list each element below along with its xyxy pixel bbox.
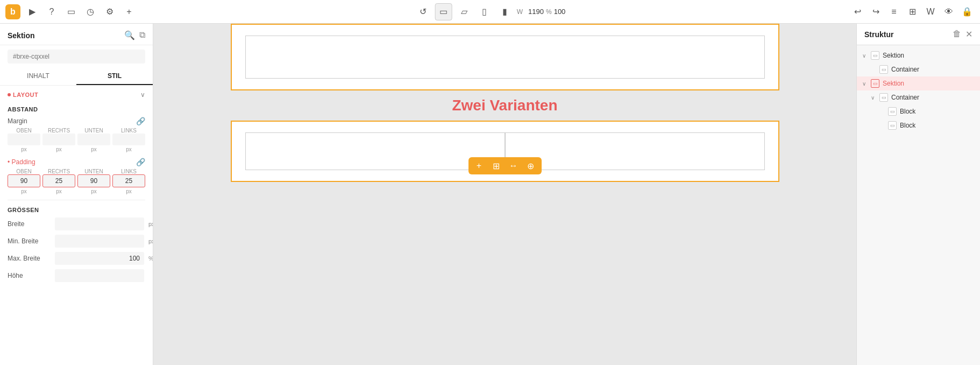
cursor-tool-btn[interactable]: ▶	[25, 4, 40, 19]
tree-item-sektion-2[interactable]: ∨ ▭ Sektion	[857, 76, 980, 90]
grid-btn[interactable]: ⊞	[905, 4, 920, 19]
resize-btn[interactable]: ↔	[505, 157, 522, 174]
layers-btn[interactable]: ▭	[63, 4, 79, 19]
tree-chevron-container-2: ∨	[871, 95, 877, 101]
toolbar-right: ↩ ↪ ≡ ⊞ W 👁 🔒	[850, 4, 975, 19]
tab-stil[interactable]: STIL	[76, 68, 153, 85]
brand-logo[interactable]: b	[5, 4, 20, 19]
breite-input[interactable]	[55, 217, 144, 230]
settings-element-btn[interactable]: ⊕	[522, 157, 539, 174]
padding-oben-input[interactable]	[8, 174, 40, 187]
menu-btn[interactable]: ≡	[886, 4, 901, 19]
margin-rechts-unit: px	[42, 146, 75, 152]
panel-header: Sektion 🔍 ⧉	[0, 24, 153, 45]
tree-item-container-2[interactable]: ∨ ▭ Container	[857, 90, 980, 104]
tree-icon-block-2: ▭	[888, 121, 897, 130]
tree-item-block-2[interactable]: ▭ Block	[857, 118, 980, 132]
close-panel-icon[interactable]: ✕	[965, 29, 972, 39]
element-id-input[interactable]	[8, 50, 145, 64]
refresh-btn[interactable]: ↺	[415, 3, 432, 20]
container-outline-1[interactable]	[245, 36, 765, 79]
canvas-area[interactable]: Zwei Varianten + ⊞ ↔ ⊕	[153, 24, 856, 365]
margin-links-label: LINKS	[112, 128, 145, 134]
max-breite-unit: %	[148, 255, 153, 262]
max-breite-row: Max. Breite %	[0, 250, 153, 267]
padding-links-unit: px	[112, 188, 145, 194]
margin-oben-unit: px	[8, 146, 40, 152]
padding-unten-label: UNTEN	[77, 169, 110, 174]
breite-label: Breite	[8, 220, 51, 228]
breite-row: Breite px	[0, 215, 153, 233]
separator-1	[8, 200, 145, 200]
settings-btn[interactable]: ⚙	[102, 4, 117, 19]
panel-title: Sektion	[8, 31, 35, 40]
layout-section-header[interactable]: LAYOUT ∨	[0, 86, 153, 102]
padding-link-icon[interactable]: 🔗	[136, 158, 145, 166]
wordpress-btn[interactable]: W	[923, 4, 938, 19]
padding-links-input[interactable]	[112, 174, 145, 187]
right-panel-header: Struktur 🗑 ✕	[857, 24, 980, 45]
history-btn[interactable]: ◷	[83, 4, 98, 19]
add-btn[interactable]: +	[122, 4, 137, 19]
padding-label: • Padding	[8, 158, 35, 166]
min-breite-unit: px	[148, 238, 153, 244]
tree-icon-sektion-1: ▭	[871, 51, 879, 60]
margin-link-icon[interactable]: 🔗	[136, 117, 145, 125]
width-value: 1190	[525, 8, 544, 16]
section-block-2[interactable]: + ⊞ ↔ ⊕	[231, 121, 779, 182]
structure-tree: ∨ ▭ Sektion ▭ Container ∨ ▭ Sektion ∨ ▭ …	[857, 45, 980, 365]
tree-item-container-1[interactable]: ▭ Container	[857, 62, 980, 76]
margin-unten-label: UNTEN	[77, 128, 110, 134]
margin-links-unit: px	[112, 146, 145, 152]
help-btn[interactable]: ?	[44, 4, 59, 19]
section-block-1[interactable]	[231, 24, 779, 90]
tree-label-block-1: Block	[900, 108, 915, 115]
padding-field-row: • Padding 🔗	[0, 156, 153, 169]
margin-links-input[interactable]	[112, 134, 145, 145]
col-outline-left[interactable]	[245, 132, 505, 170]
padding-unten-input[interactable]	[77, 174, 110, 187]
padding-oben-unit: px	[8, 188, 40, 194]
undo-btn[interactable]: ↩	[850, 4, 865, 19]
tree-icon-container-1: ▭	[879, 65, 888, 74]
hohe-input[interactable]	[55, 269, 144, 282]
width-label: W	[517, 8, 523, 16]
desktop-view-btn[interactable]: ▭	[435, 3, 452, 20]
padding-rechts-unit: px	[42, 188, 75, 194]
padding-inputs	[0, 174, 153, 188]
margin-rechts-input[interactable]	[42, 134, 75, 145]
divider-text: Zwei Varianten	[452, 90, 557, 121]
right-panel-header-icons: 🗑 ✕	[953, 29, 972, 39]
add-element-btn[interactable]: +	[471, 157, 488, 174]
margin-unten-input[interactable]	[77, 134, 110, 145]
toolbar-left: b ▶ ? ▭ ◷ ⚙ +	[5, 4, 137, 19]
min-breite-label: Min. Breite	[8, 237, 51, 245]
top-toolbar: b ▶ ? ▭ ◷ ⚙ + ↺ ▭ ▱ ▯ ▮ W 1190 % 100 ↩ ↪…	[0, 0, 980, 24]
hohe-label: Höhe	[8, 272, 51, 279]
tree-item-sektion-1[interactable]: ∨ ▭ Sektion	[857, 48, 980, 62]
tree-item-block-1[interactable]: ▭ Block	[857, 104, 980, 118]
margin-oben-input[interactable]	[8, 134, 40, 145]
min-breite-input[interactable]	[55, 235, 144, 248]
search-icon[interactable]: 🔍	[124, 30, 135, 40]
tab-inhalt[interactable]: INHALT	[0, 68, 76, 85]
preview-btn[interactable]: 👁	[941, 4, 956, 19]
copy-icon[interactable]: ⧉	[139, 30, 145, 40]
padding-oben-label: OBEN	[8, 169, 40, 174]
tree-icon-container-2: ▭	[879, 93, 888, 102]
margin-field-row: Margin 🔗	[0, 115, 153, 128]
tablet-view-btn[interactable]: ▯	[476, 3, 493, 20]
tablet-wide-view-btn[interactable]: ▱	[456, 3, 473, 20]
min-breite-row: Min. Breite px	[0, 233, 153, 250]
tree-chevron-sektion-1: ∨	[862, 53, 869, 59]
trash-icon[interactable]: 🗑	[953, 29, 961, 39]
lock-btn[interactable]: 🔒	[960, 4, 975, 19]
tree-label-container-1: Container	[891, 66, 919, 73]
tree-label-container-2: Container	[891, 94, 919, 101]
redo-btn[interactable]: ↪	[868, 4, 883, 19]
max-breite-input[interactable]	[55, 252, 144, 265]
mobile-view-btn[interactable]: ▮	[496, 3, 514, 20]
padding-rechts-input[interactable]	[42, 174, 75, 187]
col-outline-right[interactable]	[505, 132, 765, 170]
layout-grid-btn[interactable]: ⊞	[488, 157, 505, 174]
